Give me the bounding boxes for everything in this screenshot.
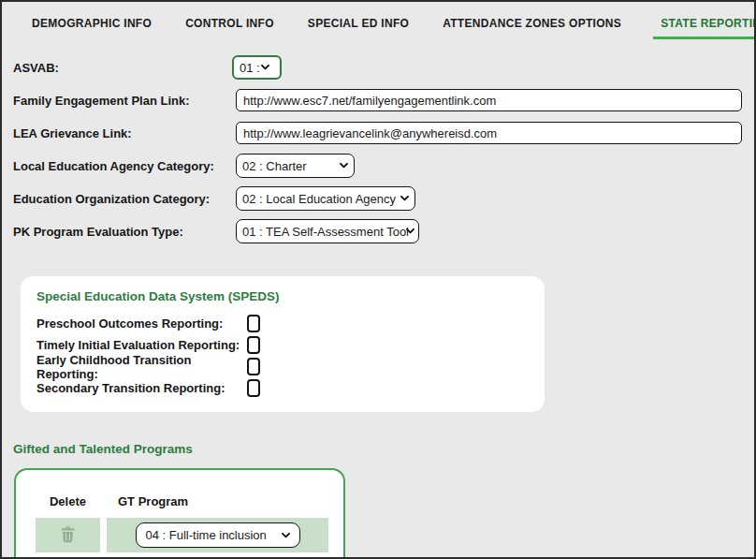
state-reporting-page: DEMOGRAPHIC INFO CONTROL INFO SPECIAL ED…: [0, 0, 756, 559]
speds-panel-title: Special Education Data System (SPEDS): [36, 289, 529, 303]
asvab-select-value: 01 :: [240, 61, 260, 75]
pk-program-eval-select[interactable]: 01 : TEA Self-Assessment Tool: [236, 219, 419, 243]
lea-category-label: Local Education Agency Category:: [13, 159, 236, 173]
tab-special-ed-info[interactable]: SPECIAL ED INFO: [306, 17, 411, 39]
family-engagement-input[interactable]: [236, 89, 742, 111]
pk-program-eval-select-value: 01 : TEA Self-Assessment Tool: [242, 225, 409, 239]
gifted-talented-heading: Gifted and Talented Programs: [13, 442, 193, 456]
chevron-down-icon: [339, 163, 349, 169]
family-engagement-row: Family Engagement Plan Link:: [13, 89, 742, 111]
asvab-select[interactable]: 01 :: [232, 55, 282, 80]
tab-control-info[interactable]: CONTROL INFO: [183, 17, 276, 39]
asvab-row: ASVAB: 01 :: [13, 56, 742, 79]
preschool-outcomes-checkbox[interactable]: [247, 315, 260, 332]
timely-initial-eval-label: Timely Initial Evaluation Reporting:: [36, 338, 247, 352]
gt-table-row: 04 : Full-time inclusion: [36, 518, 343, 552]
pk-program-eval-label: PK Program Evaluation Type:: [13, 225, 236, 239]
delete-row-button[interactable]: [60, 525, 76, 546]
chevron-down-icon: [260, 65, 270, 71]
gt-table-header: Delete GT Program: [36, 494, 343, 508]
speds-row-preschool-outcomes: Preschool Outcomes Reporting:: [36, 313, 529, 334]
state-reporting-form: ASVAB: 01 : Family Engagement Plan Link:…: [13, 56, 742, 253]
tab-bar: DEMOGRAPHIC INFO CONTROL INFO SPECIAL ED…: [30, 17, 756, 39]
gifted-talented-panel: Delete GT Program: [14, 468, 345, 559]
tab-state-reporting[interactable]: STATE REPORTING: [653, 17, 756, 39]
lea-category-row: Local Education Agency Category: 02 : Ch…: [13, 154, 742, 177]
gt-program-select[interactable]: 04 : Full-time inclusion: [136, 522, 300, 548]
gt-column-program: GT Program: [107, 494, 328, 508]
pk-program-eval-row: PK Program Evaluation Type: 01 : TEA Sel…: [13, 220, 742, 243]
lea-grievance-input[interactable]: [236, 122, 742, 144]
tab-attendance-zones-options[interactable]: ATTENDANCE ZONES OPTIONS: [441, 17, 623, 39]
speds-row-secondary-transition: Secondary Transition Reporting:: [36, 377, 529, 399]
early-childhood-transition-checkbox[interactable]: [247, 358, 260, 375]
lea-category-select[interactable]: 02 : Charter: [236, 154, 355, 178]
gt-program-select-value: 04 : Full-time inclusion: [146, 528, 267, 542]
gt-column-delete: Delete: [36, 494, 100, 508]
family-engagement-label: Family Engagement Plan Link:: [13, 94, 236, 108]
chevron-down-icon: [281, 532, 291, 538]
edu-org-category-row: Education Organization Category: 02 : Lo…: [13, 187, 742, 210]
edu-org-category-label: Education Organization Category:: [13, 192, 236, 206]
asvab-label: ASVAB:: [13, 61, 236, 75]
trash-icon: [60, 525, 76, 546]
edu-org-category-select-value: 02 : Local Education Agency: [242, 192, 396, 206]
early-childhood-transition-label: Early Childhood Transition Reporting:: [36, 353, 247, 381]
gt-delete-cell: [36, 518, 100, 552]
timely-initial-eval-checkbox[interactable]: [247, 336, 260, 354]
chevron-down-icon: [405, 228, 415, 235]
speds-panel: Special Education Data System (SPEDS) Pr…: [21, 276, 545, 412]
lea-category-select-value: 02 : Charter: [242, 159, 307, 173]
tab-demographic-info[interactable]: DEMOGRAPHIC INFO: [30, 17, 153, 39]
edu-org-category-select[interactable]: 02 : Local Education Agency: [236, 186, 415, 211]
chevron-down-icon: [400, 196, 410, 202]
speds-row-early-childhood-transition: Early Childhood Transition Reporting:: [36, 356, 529, 377]
lea-grievance-label: LEA Grievance Link:: [13, 126, 236, 140]
lea-grievance-row: LEA Grievance Link:: [13, 122, 742, 144]
preschool-outcomes-label: Preschool Outcomes Reporting:: [36, 316, 247, 331]
secondary-transition-checkbox[interactable]: [247, 379, 260, 397]
secondary-transition-label: Secondary Transition Reporting:: [36, 381, 247, 395]
gt-program-cell: 04 : Full-time inclusion: [107, 518, 328, 552]
